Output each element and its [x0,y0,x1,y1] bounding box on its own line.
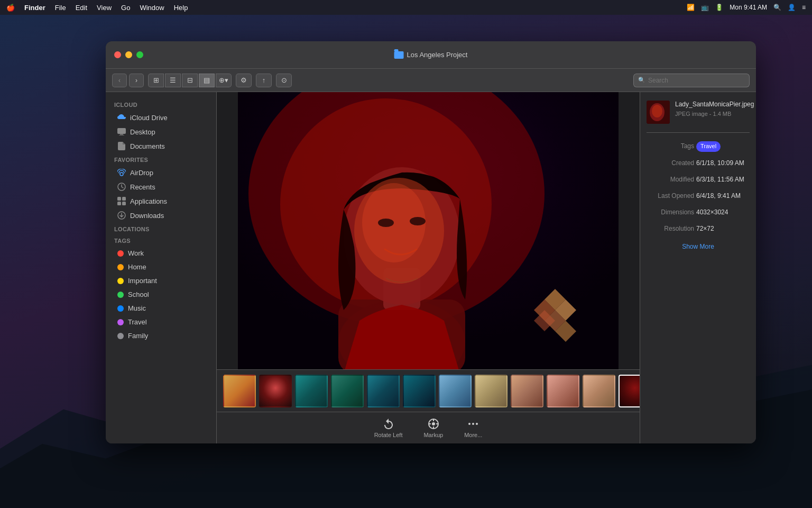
search-input[interactable] [648,77,745,84]
apple-menu[interactable]: 🍎 [6,4,15,12]
inspector-created-row: Created 6/1/18, 10:09 AM [647,158,750,168]
tags-section-header: Tags [106,234,216,246]
thumbnail-4[interactable] [331,375,364,407]
share-button[interactable]: ↑ [256,74,272,87]
forward-button[interactable]: › [129,74,144,87]
thumbnail-3[interactable] [295,375,328,407]
gallery-view-icon: ▤ [204,76,210,84]
minimize-button[interactable] [125,51,132,58]
icon-view-icon: ⊞ [153,76,159,84]
school-tag-label: School [128,291,149,298]
dimensions-value: 4032×3024 [696,207,728,217]
thumbnail-6[interactable] [403,375,436,407]
control-center-icon[interactable]: ≡ [802,4,806,11]
thumbnail-2[interactable] [259,375,292,407]
clock: Mon 9:41 AM [730,4,767,11]
work-tag-label: Work [128,249,144,257]
thumbnail-9[interactable] [511,375,543,407]
more-button[interactable]: More... [464,418,482,438]
thumbnail-12-selected[interactable] [619,375,640,407]
forward-arrow-icon: › [135,77,137,84]
svg-rect-2 [117,128,126,134]
icloud-drive-label: iCloud Drive [130,114,168,122]
sidebar-item-downloads[interactable]: Downloads [109,208,213,222]
maximize-button[interactable] [136,51,143,58]
nav-buttons: ‹ › [112,74,144,87]
downloads-icon [117,211,126,220]
rotate-left-button[interactable]: Rotate Left [374,418,403,438]
share-icon: ↑ [262,76,266,84]
tag-button[interactable]: ⊙ [276,74,292,87]
airdrop-label: AirDrop [130,169,153,177]
sidebar-item-family[interactable]: Family [109,329,213,342]
sidebar-item-airdrop[interactable]: AirDrop [109,166,213,179]
documents-icon [117,142,126,150]
thumbnail-10[interactable] [547,375,579,407]
thumbnail-7[interactable] [439,375,472,407]
sidebar-item-important[interactable]: Important [109,274,213,287]
tags-label: Tags [647,141,694,151]
markup-icon [426,418,441,430]
view-menu[interactable]: View [97,4,112,12]
resolution-label: Resolution [647,224,694,234]
sidebar-item-travel[interactable]: Travel [109,315,213,329]
search-icon: 🔍 [638,77,645,84]
main-image [238,92,619,369]
more-label: More... [464,432,482,438]
go-menu[interactable]: Go [121,4,130,12]
quick-action-button[interactable]: ⚙ [236,74,252,87]
desktop-icon [117,128,126,136]
thumbnail-11[interactable] [583,375,615,407]
school-tag-dot [117,292,124,298]
travel-tag-label: Travel [128,318,147,326]
sidebar-item-music[interactable]: Music [109,302,213,315]
search-bar[interactable]: 🔍 [633,74,750,87]
folder-icon [394,51,404,59]
list-view-button[interactable]: ☰ [165,74,181,87]
recents-label: Recents [130,183,155,191]
sidebar-item-icloud-drive[interactable]: iCloud Drive [109,111,213,124]
file-menu[interactable]: File [55,4,66,12]
show-more-link[interactable]: Show More [647,243,750,250]
icon-view-button[interactable]: ⊞ [148,74,164,87]
last-opened-label: Last Opened [647,191,694,201]
siri-icon[interactable]: 👤 [788,4,796,11]
music-tag-label: Music [128,304,146,312]
inspector-preview: Lady_SantaMonicaPier.jpeg JPEG image - 1… [647,101,750,124]
sidebar-item-recents[interactable]: Recents [109,180,213,194]
sidebar-item-home[interactable]: Home [109,260,213,274]
dimensions-label: Dimensions [647,207,694,217]
thumbnail-8[interactable] [475,375,508,407]
sidebar-item-desktop[interactable]: Desktop [109,125,213,139]
sidebar-item-work[interactable]: Work [109,247,213,260]
sidebar-item-school[interactable]: School [109,288,213,301]
last-opened-value: 6/4/18, 9:41 AM [696,191,741,201]
applications-icon [117,197,126,205]
thumbnail-5[interactable] [367,375,400,407]
window-menu[interactable]: Window [140,4,164,12]
sidebar-item-applications[interactable]: Applications [109,194,213,208]
extra-view-icon: ⊕▾ [219,76,228,84]
finder-menu[interactable]: Finder [24,4,45,12]
markup-button[interactable]: Markup [423,418,443,438]
thumbnail-1[interactable] [223,375,256,407]
svg-rect-8 [122,197,126,201]
back-button[interactable]: ‹ [112,74,127,87]
edit-menu[interactable]: Edit [76,4,87,12]
inspector-thumbnail [647,101,670,124]
portrait-svg [238,92,619,369]
gallery-view-button[interactable]: ▤ [199,74,215,87]
sidebar-item-documents[interactable]: Documents [109,139,213,153]
inspector-modified-row: Modified 6/3/18, 11:56 AM [647,175,750,185]
created-label: Created [647,158,694,168]
help-menu[interactable]: Help [174,4,188,12]
inspector-panel: Lady_SantaMonicaPier.jpeg JPEG image - 1… [640,92,756,443]
close-button[interactable] [114,51,121,58]
column-view-button[interactable]: ⊟ [182,74,198,87]
tags-value[interactable]: Travel [696,141,721,152]
extra-view-button[interactable]: ⊕▾ [216,74,232,87]
important-tag-label: Important [128,277,157,285]
main-content: iCloud iCloud Drive [106,92,756,443]
preview-area [217,92,640,369]
search-icon-menu[interactable]: 🔍 [773,4,781,11]
